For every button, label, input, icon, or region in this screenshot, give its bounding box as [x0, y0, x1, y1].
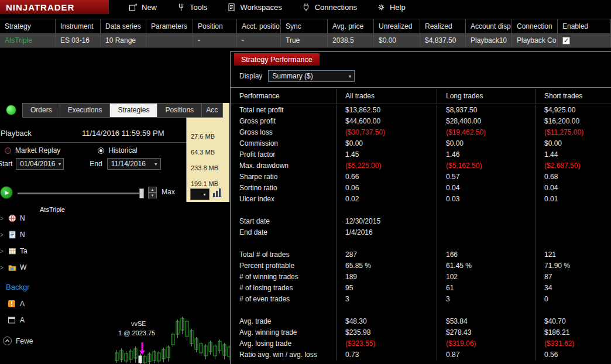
menu-connections[interactable]: Connections	[302, 3, 357, 12]
performance-row[interactable]: Avg. losing trade($323.55)($319.06)($331…	[231, 338, 611, 349]
property-item[interactable]: A	[7, 298, 25, 309]
globe-icon	[8, 214, 17, 223]
perf-column-all-trades[interactable]: All trades	[336, 89, 437, 104]
performance-metric-label: Ratio avg. win / avg. loss	[231, 349, 336, 360]
chevron-right-icon[interactable]: >	[0, 265, 5, 271]
performance-row[interactable]: Sharpe ratio0.660.570.68	[231, 171, 611, 183]
tab-orders[interactable]: Orders	[22, 103, 60, 118]
performance-row[interactable]: Gross loss($30,737.50)($19,462.50)($11,2…	[231, 127, 611, 138]
performance-metric-value: 166	[437, 249, 535, 260]
menu-help[interactable]: Help	[377, 3, 406, 12]
chevron-right-icon[interactable]: >	[0, 248, 5, 255]
strategies-grid: Strategy Instrument Data series Paramete…	[0, 19, 611, 48]
cell-account-display: Playback10	[466, 34, 512, 47]
column-header-position[interactable]: Position	[193, 19, 237, 33]
performance-row[interactable]: Sortino ratio0.060.040.04	[231, 183, 611, 194]
spinner-up-button[interactable]: ▲	[148, 187, 157, 193]
market-replay-radio[interactable]	[5, 147, 11, 154]
speed-slider[interactable]	[18, 193, 144, 194]
column-header-connection[interactable]: Connection	[512, 19, 558, 33]
display-select[interactable]: Summary ($) ▼	[268, 70, 355, 82]
performance-metric-value: $0.00	[437, 138, 535, 149]
performance-row[interactable]: Total net profit$13,862.50$8,937.50$4,92…	[231, 105, 611, 116]
tab-accounts[interactable]: Acc	[202, 103, 223, 118]
slider-handle[interactable]	[139, 188, 144, 198]
performance-row[interactable]: End date1/4/2016	[231, 227, 611, 238]
performance-row[interactable]: Ratio avg. win / avg. loss0.730.870.56	[231, 349, 611, 360]
perf-column-long-trades[interactable]: Long trades	[437, 89, 535, 104]
column-header-account-display[interactable]: Account disp	[466, 19, 512, 33]
spinner-down-button[interactable]: ▼	[148, 193, 157, 198]
chevron-right-icon[interactable]: >	[0, 232, 5, 238]
performance-row[interactable]	[231, 305, 611, 316]
property-item[interactable]: A	[7, 315, 25, 325]
max-speed-label: Max	[162, 188, 175, 196]
column-header-realized[interactable]: Realized	[420, 19, 466, 33]
performance-row[interactable]	[231, 238, 611, 249]
interval-select[interactable]: ▼	[190, 188, 210, 200]
tab-executions[interactable]: Executions	[60, 103, 111, 118]
performance-metric-value: 3	[336, 294, 437, 305]
performance-row[interactable]: Max. drawdown($5,225.00)($5,162.50)($2,6…	[231, 160, 611, 171]
performance-metric-value: $0.00	[336, 138, 437, 149]
performance-row[interactable]: # of winning trades18910287	[231, 272, 611, 283]
column-header-avg-price[interactable]: Avg. price	[328, 19, 374, 33]
performance-row[interactable]: Commission$0.00$0.00$0.00	[231, 138, 611, 149]
performance-row[interactable]: Percent profitable65.85 %61.45 %71.90 %	[231, 260, 611, 272]
column-header-unrealized[interactable]: Unrealized	[374, 19, 420, 33]
end-date-select[interactable]: 11/14/2016 ▼	[107, 158, 161, 170]
column-header-acct-position[interactable]: Acct. positio	[237, 19, 281, 33]
performance-metric-value: $48.30	[336, 316, 437, 327]
tree-item[interactable]: > Ta	[0, 246, 28, 256]
market-replay-radio-group[interactable]: Market Replay	[5, 146, 60, 154]
performance-row[interactable]: Start date12/30/2015	[231, 216, 611, 227]
chevron-right-icon[interactable]: >	[0, 215, 5, 222]
performance-row[interactable]: # of even trades330	[231, 294, 611, 305]
performance-metric-label: Total net profit	[231, 105, 336, 116]
enabled-checkbox[interactable]: ✓	[562, 37, 570, 44]
performance-row[interactable]: Gross profit$44,600.00$28,400.00$16,200.…	[231, 116, 611, 127]
menu-new[interactable]: New	[129, 3, 157, 12]
window-title[interactable]: Strategy Performance	[234, 53, 320, 66]
bar-chart-icon[interactable]	[212, 187, 224, 200]
start-date-select[interactable]: 01/04/2016 ▼	[16, 158, 64, 170]
performance-metric-value: 61	[437, 283, 535, 294]
tree-item[interactable]: > W	[0, 262, 26, 273]
performance-metric-value	[535, 227, 611, 238]
fewer-properties-button[interactable]: Fewe	[2, 336, 33, 346]
historical-radio-group[interactable]: Historical	[98, 146, 137, 154]
perf-column-performance[interactable]: Performance	[231, 89, 336, 104]
tree-item[interactable]: > N	[0, 229, 25, 240]
performance-metric-label: Sortino ratio	[231, 183, 336, 194]
performance-table-header: Performance All trades Long trades Short…	[231, 89, 611, 104]
menu-workspaces[interactable]: Workspaces	[227, 3, 282, 12]
column-header-data-series[interactable]: Data series	[101, 19, 146, 33]
performance-metric-value	[535, 238, 611, 249]
menu-tools[interactable]: Tools	[177, 3, 207, 12]
tree-item[interactable]: > N	[0, 213, 25, 224]
performance-row[interactable]: Avg. trade$48.30$53.84$40.70	[231, 316, 611, 327]
performance-row[interactable]	[231, 205, 611, 216]
column-header-enabled[interactable]: Enabled	[558, 19, 611, 33]
performance-row[interactable]: Ulcer index0.020.030.01	[231, 194, 611, 205]
tab-strategies[interactable]: Strategies	[110, 103, 157, 118]
performance-row[interactable]: Avg. winning trade$235.98$278.43$186.21	[231, 327, 611, 338]
performance-metric-value: 0.01	[535, 194, 611, 205]
cell-realized: $4,837.50	[420, 34, 466, 47]
historical-radio[interactable]	[98, 147, 104, 154]
performance-row[interactable]: Profit factor1.451.461.44	[231, 149, 611, 160]
performance-metric-value	[437, 238, 535, 249]
perf-column-short-trades[interactable]: Short trades	[535, 89, 611, 104]
column-header-sync[interactable]: Sync	[281, 19, 328, 33]
performance-row[interactable]: # of losing trades956134	[231, 283, 611, 294]
strategy-row[interactable]: AtsTriple ES 03-16 10 Range - - True 203…	[0, 34, 611, 48]
performance-row[interactable]: Total # of trades287166121	[231, 249, 611, 260]
tab-positions[interactable]: Positions	[157, 103, 202, 118]
column-header-instrument[interactable]: Instrument	[56, 19, 101, 33]
background-link[interactable]: Backgr	[6, 283, 29, 291]
display-label: Display	[239, 72, 262, 80]
play-button[interactable]: ▶	[0, 186, 13, 199]
column-header-strategy[interactable]: Strategy	[0, 19, 56, 33]
divider	[231, 87, 611, 88]
column-header-parameters[interactable]: Parameters	[146, 19, 193, 33]
